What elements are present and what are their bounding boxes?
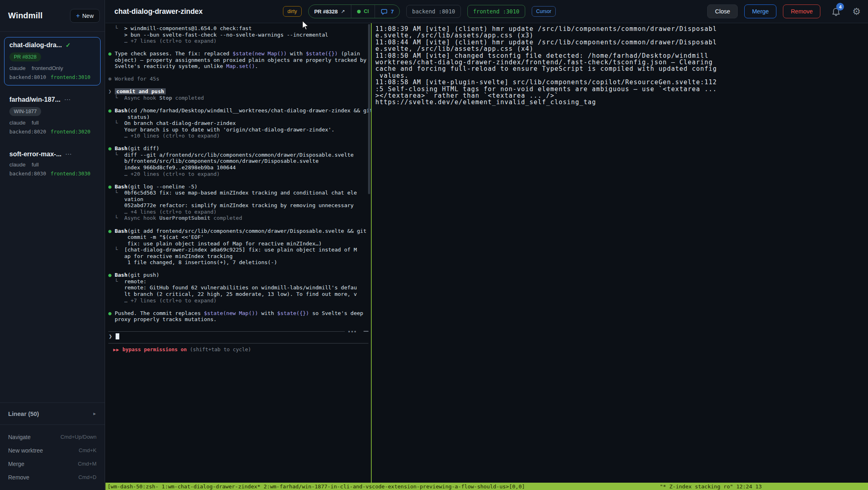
log-line: https://svelte.dev/e/element_invalid_sel… (375, 99, 867, 105)
permission-mode-indicator: ▶▶ bypass permissions on (shift+tab to c… (113, 346, 251, 352)
prompt-chevron-icon: ❯ (109, 333, 112, 339)
log-line: e.svelte, /src/lib/assets/app.css (x3) (375, 32, 867, 39)
terminal-line: ● Bash(git push) (108, 272, 371, 278)
notification-count-badge: 4 (836, 3, 844, 11)
shortcut-label: Navigate (8, 434, 31, 440)
terminal-line: └ [chat-dialog-drawer-zindex a6a69c9225]… (108, 247, 371, 253)
backend-port-badge[interactable]: backend :8010 (406, 5, 461, 18)
tmux-status-bar: [wm-dash-50:zsh- 1:wm-chat-dialog-drawer… (105, 483, 868, 490)
close-button[interactable]: Close (707, 4, 738, 18)
shortcut-keys: Cmd+M (78, 461, 96, 467)
log-line: 11:08:39 AM [vite] (client) hmr update /… (375, 26, 867, 32)
terminal-line: Your branch is up to date with 'origin/c… (108, 127, 371, 133)
terminal-line (108, 70, 371, 76)
notifications-button[interactable]: 4 (831, 6, 842, 17)
terminal-line: object) — property assignments on proxie… (108, 57, 371, 63)
log-line: 11:08:44 AM [vite] (client) hmr update /… (375, 39, 867, 46)
bell-icon (831, 11, 841, 18)
terminal-line: ● Pushed. The commit replaces $state(new… (108, 310, 371, 317)
worktree-badge: WIN-1877 (9, 107, 41, 116)
worktree-title: farhad/win-187... (9, 96, 60, 103)
agent-label: claude (9, 65, 26, 71)
terminal-line: … +20 lines (ctrl+o to expand) (108, 171, 371, 177)
terminal-line (108, 304, 371, 310)
sidebar: Windmill + New chat-dialog-dra...✓PR #83… (0, 0, 105, 490)
shortcut-row: MergeCmd+M (8, 457, 96, 470)
comment-bubble-icon (381, 8, 388, 15)
tmux-status-right: "* Z-index stacking ro" 12:24 13 (660, 483, 762, 490)
worktree-card[interactable]: farhad/win-187...⋯WIN-1877claudefullback… (4, 91, 101, 140)
pr-link[interactable]: PR #8328 ↗ (309, 5, 351, 18)
worktree-meta: claudefrontendOnly (9, 65, 95, 71)
mode-label: full (32, 120, 39, 126)
log-line: :5 Self-closing HTML tags for non-void e… (375, 86, 867, 92)
shortcut-keys: Cmd+D (79, 474, 96, 480)
ci-status[interactable]: CI (351, 5, 375, 18)
linear-section-toggle[interactable]: Linear (50) ▸ (0, 402, 105, 425)
log-line: 11:08:58 AM [vite-plugin-svelte] src/lib… (375, 79, 867, 85)
cursor-badge[interactable]: Cursor (532, 6, 556, 17)
linear-section-label: Linear (50) (8, 410, 39, 417)
plus-icon: + (76, 13, 80, 19)
new-button-label: New (82, 13, 94, 19)
merge-button[interactable]: Merge (744, 4, 776, 18)
terminal-line (108, 266, 371, 272)
frontend-port-badge[interactable]: frontend :3010 (467, 5, 525, 18)
terminal-line (108, 101, 371, 108)
terminal-line: ● Bash(cd /home/farhad/Desktop/windmill_… (108, 107, 371, 114)
terminal-line: … +7 lines (ctrl+o to expand) (108, 298, 371, 304)
sidebar-bottom: Linear (50) ▸ NavigateCmd+Up/DownNew wor… (0, 402, 105, 490)
shortcut-row: RemoveCmd+D (8, 470, 96, 484)
terminal-line: ap for reactive minZIndex tracking (108, 253, 371, 260)
separator-dash (364, 331, 368, 332)
tmux-pane-divider[interactable] (371, 23, 372, 483)
pr-number-label: PR #8328 (314, 9, 338, 15)
dirty-badge: dirty (283, 6, 302, 17)
log-line: values. (375, 72, 867, 79)
terminal-line (108, 44, 371, 51)
worktree-card[interactable]: chat-dialog-dra...✓PR #8328claudefronten… (4, 37, 101, 85)
terminal-line (108, 221, 371, 228)
terminal-line: index 966bd8cfe9..e2898eb9ba 100644 (108, 164, 371, 171)
terminal-line: … +4 lines (ctrl+o to expand) (108, 209, 371, 215)
worktree-title: chat-dialog-dra... (9, 42, 62, 49)
frontend-port: frontend:3020 (50, 129, 90, 135)
backend-port: backend:8020 (9, 129, 46, 135)
worktree-title-row: chat-dialog-dra...✓ (9, 42, 95, 49)
worktree-title: soft-error-max-... (9, 151, 61, 158)
settings-gear-icon[interactable]: ⚙ (852, 7, 861, 16)
worktree-list: chat-dialog-dra...✓PR #8328claudefronten… (0, 32, 105, 182)
terminal-line: ❯ commit and push (108, 88, 371, 95)
terminal-line: fix: use plain object instead of Map for… (108, 241, 371, 247)
claude-terminal-pane[interactable]: └ > windmill-components@1.654.0 check:fa… (105, 23, 371, 483)
more-menu-icon[interactable]: ⋯ (65, 150, 72, 158)
terminal-output: └ > windmill-components@1.654.0 check:fa… (105, 23, 371, 323)
terminal-line: ● Type check passes. The fix: replaced $… (108, 50, 371, 57)
app-title: Windmill (8, 11, 43, 20)
terminal-line: … +10 lines (ctrl+o to expand) (108, 133, 371, 139)
worktree-card[interactable]: soft-error-max-...⋯claudefullbackend:803… (4, 146, 101, 182)
remove-button[interactable]: Remove (783, 4, 820, 18)
worktree-title: chat-dialog-drawer-zindex (114, 7, 276, 16)
terminal-line: ● Bash(git log --oneline -5) (108, 184, 371, 190)
pr-status-group: PR #8328 ↗ CI 7 (308, 4, 400, 18)
terminal-line: └ Async hook UserPromptSubmit completed (108, 215, 371, 221)
terminal-line: ✻ Worked for 45s (108, 76, 371, 82)
log-line: 11:08:50 AM [vite] changed tsconfig file… (375, 52, 867, 59)
new-worktree-button[interactable]: + New (70, 9, 100, 23)
terminal-line: commit -m "$(cat <<'EOF' (108, 234, 371, 241)
more-menu-icon[interactable]: ⋯ (64, 96, 71, 103)
log-line: worktrees/chat-dialog-drawer-zindex/fron… (375, 59, 867, 66)
backend-port: backend:8030 (9, 171, 46, 177)
double-arrow-icon: ▶▶ (113, 347, 119, 352)
terminal-prompt[interactable]: ❯ (109, 333, 119, 339)
drag-handle-dots-icon[interactable]: ▪▪▪ (348, 329, 357, 333)
terminal-line: vation (108, 196, 371, 203)
shortcut-keys: Cmd+K (79, 447, 96, 453)
terminal-line: └ > windmill-components@1.654.0 check:fa… (108, 25, 371, 32)
terminal-line: > bun --bun svelte-fast-check --no-svelt… (108, 32, 371, 38)
pr-comments[interactable]: 7 (375, 5, 399, 18)
vite-log-pane[interactable]: 11:08:39 AM [vite] (client) hmr update /… (373, 23, 868, 483)
terminal-line: Svelte's reactivity system, unlike Map.s… (108, 63, 371, 70)
scrollbar-thumb[interactable] (368, 24, 370, 194)
